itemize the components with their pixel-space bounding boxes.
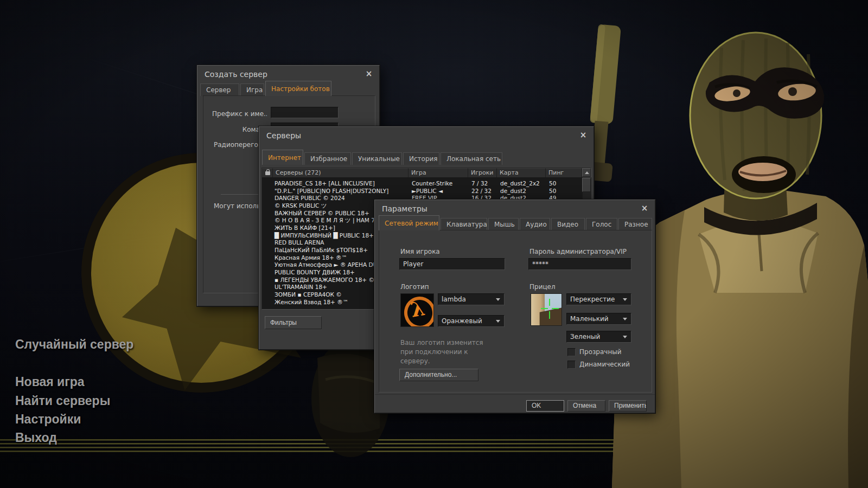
logo-select[interactable]: lambda [438, 293, 505, 305]
tabs-servers-tab-1[interactable]: Избранное [304, 152, 351, 165]
servers-column-header[interactable]: Серверы (272) [273, 168, 409, 177]
scroll-up-button[interactable] [582, 168, 591, 177]
main-menu-item-1[interactable]: Новая игра [15, 375, 85, 389]
main-menu-item-0[interactable]: Случайный сервер [15, 337, 133, 352]
server-cell-pl: 7 / 32 [468, 179, 497, 187]
crosshair-color-select[interactable]: Зеленый [566, 331, 631, 343]
server-cell-game: Counter-Strike [409, 179, 468, 187]
crosshair-label: Прицел [529, 283, 556, 291]
close-icon[interactable]: × [639, 203, 650, 214]
player-name-label: Имя игрока [400, 248, 440, 255]
window-title: Параметры [382, 204, 427, 213]
window-title: Создать сервер [205, 70, 267, 79]
server-cell-map: de_dust2_2x2 [497, 179, 546, 187]
main-menu-item-3[interactable]: Настройки [15, 412, 81, 427]
logo-color-select[interactable]: Оранжевый [438, 315, 505, 327]
tabs-options-tab-2[interactable]: Мышь [488, 218, 519, 230]
tabs-create-tab-2[interactable]: Настройки ботов [265, 81, 331, 96]
crosshair-right [552, 308, 559, 309]
ok-button[interactable]: OK [526, 400, 564, 412]
bot-command-label: Кома [241, 126, 260, 133]
window-title: Серверы [266, 131, 301, 140]
server-cell-ping: 50 [546, 187, 573, 195]
players-column-header[interactable]: Игроки [468, 168, 497, 177]
crosshair-left [541, 308, 548, 309]
tabs-servers-tab-2[interactable]: Уникальные [352, 152, 402, 165]
tabs-options-tab-0[interactable]: Сетевой режим [379, 215, 439, 230]
map-column-header[interactable]: Карта [497, 168, 546, 177]
logo-color-value: Оранжевый [442, 317, 482, 325]
bot-prefix-label: Префикс к име... [212, 110, 267, 118]
server-cell-ping: 50 [546, 179, 573, 187]
options-tabs: Сетевой режимКлавиатураМышьАудиоВидеоГол… [379, 216, 652, 230]
options-window[interactable]: Параметры × Сетевой режимКлавиатураМышьА… [374, 200, 655, 413]
tabs-options-tab-3[interactable]: Аудио [520, 218, 550, 230]
chevron-down-icon [496, 320, 500, 323]
crosshair-color-value: Зеленый [570, 333, 600, 341]
server-cell-map: de_dust2 [497, 187, 546, 195]
player-name-input[interactable]: Player [399, 258, 505, 270]
advanced-button[interactable]: Дополнительно... [399, 369, 478, 381]
server-cell-game: ►PUBLIC ◄ [409, 187, 468, 195]
tabs-servers-tab-4[interactable]: Локальная сеть [441, 152, 502, 165]
admin-password-label: Пароль администратора/VIP [529, 248, 627, 255]
close-icon[interactable]: × [363, 68, 374, 79]
server-cell-pl: 22 / 32 [468, 187, 497, 195]
crosshair-type-select[interactable]: Перекрестие [566, 293, 631, 305]
chevron-down-icon [623, 336, 627, 338]
server-cell-name: "D.P.L." [PUBLIC|NO FLASH|DUST2ONLY] [262, 187, 409, 195]
main-menu: Случайный серверНовая играНайти серверыН… [0, 0, 195, 488]
filters-button[interactable]: Фильтры [265, 316, 322, 329]
tabs-options-tab-4[interactable]: Видео [551, 218, 585, 230]
tabs-create-tab-1[interactable]: Игра [240, 84, 264, 96]
arrow-up-icon [585, 171, 589, 174]
crosshair-preview [531, 293, 562, 326]
bot-weapons-label: Могут использ [214, 202, 260, 210]
crosshair-size-select[interactable]: Маленький [566, 313, 631, 325]
crosshair-bottom [549, 311, 550, 319]
chevron-down-icon [623, 298, 627, 301]
main-menu-item-4[interactable]: Выход [15, 431, 57, 445]
create-server-tabs: СерверИграНастройки ботов [200, 81, 331, 96]
ping-column-header[interactable]: Пинг [546, 168, 582, 177]
logo-preview: λ [400, 293, 434, 327]
logo-select-value: lambda [442, 296, 466, 303]
footer-divider [375, 394, 655, 395]
cancel-button[interactable]: Отмена [567, 400, 605, 412]
admin-password-input[interactable]: ***** [528, 258, 631, 270]
tabs-servers-tab-3[interactable]: История [403, 152, 439, 165]
main-menu-item-2[interactable]: Найти серверы [15, 394, 110, 408]
transparent-checkbox-label: Прозрачный [579, 348, 622, 356]
tabs-options-tab-6[interactable]: Разное [618, 218, 652, 230]
logo-note: Ваш логотип изменится при подключении к … [400, 338, 495, 366]
crosshair-top [549, 299, 550, 306]
bot-radio-label: Радиоперегов [214, 141, 260, 149]
tabs-options-tab-1[interactable]: Клавиатура [441, 218, 487, 230]
crosshair-type-value: Перекрестие [570, 296, 615, 303]
chevron-down-icon [496, 298, 500, 301]
server-cell-name: PARADISE_CS 18+ [ALL INCLUSIVE] [262, 179, 409, 187]
tabs-servers-tab-0[interactable]: Интернет [262, 150, 303, 165]
server-row-1[interactable]: "D.P.L." [PUBLIC|NO FLASH|DUST2ONLY]►PUB… [262, 187, 582, 195]
transparent-checkbox[interactable] [567, 348, 576, 356]
bot-prefix-input[interactable] [271, 107, 339, 118]
servers-tabs: ИнтернетИзбранноеУникальныеИсторияЛокаль… [262, 150, 502, 165]
apply-button[interactable]: Применить [609, 400, 647, 412]
dynamic-checkbox[interactable] [567, 361, 576, 369]
scrollbar-thumb[interactable] [582, 178, 591, 192]
chevron-down-icon [623, 318, 627, 320]
dynamic-checkbox-label: Динамический [579, 361, 630, 368]
server-row-0[interactable]: PARADISE_CS 18+ [ALL INCLUSIVE]Counter-S… [262, 179, 582, 187]
crosshair-size-value: Маленький [570, 315, 609, 323]
close-icon[interactable]: × [578, 130, 589, 140]
game-column-header[interactable]: Игра [409, 168, 468, 177]
tabs-create-tab-0[interactable]: Сервер [200, 84, 239, 96]
logo-label: Логотип [400, 283, 429, 291]
lock-column-header[interactable] [262, 168, 273, 177]
tabs-options-tab-5[interactable]: Голос [586, 218, 617, 230]
lock-icon [265, 171, 270, 175]
